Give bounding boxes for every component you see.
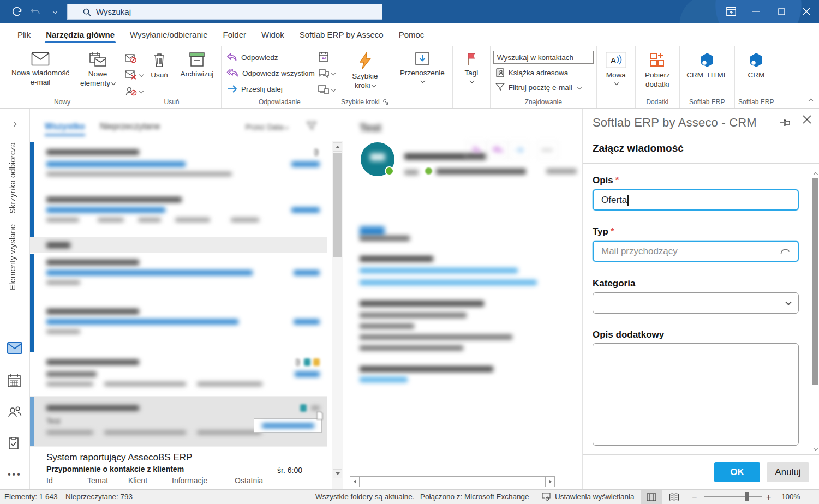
crm-button[interactable]: CRM: [738, 49, 775, 98]
reply-action-button[interactable]: [465, 141, 487, 159]
zoom-in-button[interactable]: +: [766, 493, 771, 502]
scroll-down-button[interactable]: [333, 469, 342, 478]
cancel-button[interactable]: Anuluj: [767, 462, 809, 482]
archive-button[interactable]: Archiwizuj: [176, 49, 218, 98]
forward-action-button[interactable]: [508, 141, 529, 159]
close-panel-icon[interactable]: [803, 115, 811, 124]
kategoria-dropdown[interactable]: [593, 292, 799, 314]
opis-input[interactable]: Oferta: [593, 189, 799, 211]
collapse-ribbon-icon[interactable]: [808, 94, 812, 104]
scroll-up-button[interactable]: [333, 142, 342, 152]
mail-item-selected[interactable]: Test: [30, 397, 327, 447]
mail-item-reminder[interactable]: System raportujący AssecoBS ERP Przypomn…: [30, 447, 327, 489]
mail-list-scrollbar[interactable]: [332, 141, 343, 489]
people-nav-icon[interactable]: [7, 405, 22, 421]
divider: [583, 454, 819, 455]
mail-nav-icon[interactable]: [7, 342, 22, 357]
scrollbar-thumb[interactable]: [333, 153, 342, 257]
group-label-softlab2: Softlab ERP: [738, 98, 775, 108]
zoom-slider-track[interactable]: [704, 496, 762, 497]
ok-button[interactable]: OK: [714, 462, 760, 482]
sort-by-dropdown[interactable]: Przez Data: [246, 123, 288, 131]
search-contacts-input[interactable]: [493, 51, 594, 64]
ribbon-display-options-icon[interactable]: [719, 0, 744, 23]
undo-icon[interactable]: [26, 3, 45, 20]
tab-wysylanie-odbieranie[interactable]: Wysyłanie/odbieranie: [122, 25, 215, 44]
hscroll-right-button[interactable]: [545, 476, 555, 487]
move-button[interactable]: Przenoszenie: [395, 49, 450, 98]
new-items-button[interactable]: Nowe elementy: [76, 49, 119, 98]
delete-button[interactable]: Usuń: [144, 49, 175, 98]
rail-item-sent[interactable]: Elementy wysłane: [8, 224, 17, 290]
calendar-nav-icon[interactable]: [7, 374, 22, 389]
filter-email-button[interactable]: Filtruj pocztę e-mail: [493, 81, 594, 93]
quick-steps-button[interactable]: Szybkie kroki: [341, 49, 389, 98]
more-nav-icon[interactable]: •••: [8, 470, 22, 479]
mail-item[interactable]: [30, 254, 327, 303]
mail-item[interactable]: [30, 303, 327, 352]
redacted-attachment-chip[interactable]: [360, 226, 385, 236]
search-input[interactable]: [96, 7, 365, 16]
unread-indicator: [30, 191, 34, 237]
forward-button[interactable]: Prześlij dalej: [224, 81, 317, 97]
rail-item-inbox[interactable]: Skrzynka odbiorcza: [8, 142, 17, 214]
tab-softlab-erp[interactable]: Softlab ERP by Asseco: [292, 25, 391, 44]
global-search-box[interactable]: [67, 4, 382, 20]
filter-list-icon[interactable]: [307, 122, 316, 130]
tab-widok[interactable]: Widok: [254, 25, 292, 44]
pin-icon[interactable]: [780, 118, 792, 127]
get-addins-button[interactable]: Pobierz dodatki: [638, 49, 677, 98]
more-respond-button[interactable]: [318, 83, 335, 96]
tab-pomoc[interactable]: Pomoc: [391, 25, 432, 44]
reading-hscrollbar[interactable]: [350, 476, 555, 487]
close-button[interactable]: [794, 0, 819, 23]
hscroll-track[interactable]: [360, 476, 545, 487]
tab-all-mail[interactable]: Wszystko: [45, 122, 85, 131]
ignore-button[interactable]: [125, 52, 143, 65]
paperclip-icon: [313, 148, 320, 157]
opis-dodatkowy-textarea[interactable]: [593, 343, 799, 446]
junk-button[interactable]: [125, 68, 143, 81]
hscroll-left-button[interactable]: [350, 476, 360, 487]
expand-rail-icon[interactable]: [11, 119, 16, 129]
send-receive-icon[interactable]: [8, 3, 26, 20]
maximize-button[interactable]: [769, 0, 794, 23]
mail-item[interactable]: [30, 142, 327, 191]
typ-input[interactable]: Mail przychodzący: [593, 241, 799, 262]
more-actions-button[interactable]: •••: [537, 141, 558, 159]
scroll-down-icon[interactable]: [812, 443, 817, 453]
panel-scrollbar[interactable]: [811, 165, 818, 454]
quick-access-dropdown-icon[interactable]: [45, 3, 63, 20]
speech-button[interactable]: A Mowa: [600, 49, 632, 98]
date-group-separator[interactable]: [30, 237, 327, 253]
crm-html-button[interactable]: CRM_HTML: [683, 49, 732, 98]
meeting-button[interactable]: [318, 50, 335, 63]
layout-reading-button[interactable]: [663, 490, 684, 504]
address-book-button[interactable]: Książka adresowa: [493, 67, 594, 79]
new-mail-button[interactable]: Nowa wiadomość e-mail: [5, 49, 75, 98]
dialog-launcher-icon[interactable]: [383, 99, 389, 105]
im-reply-button[interactable]: [318, 67, 335, 80]
paperclip-icon: [295, 358, 301, 367]
minimize-button[interactable]: [744, 0, 769, 23]
zoom-slider-thumb[interactable]: [745, 492, 749, 501]
panel-scrollbar-thumb[interactable]: [812, 178, 818, 385]
reminder-date: śr. 6:00: [277, 466, 302, 475]
layout-normal-button[interactable]: [641, 490, 662, 504]
tab-unread-mail[interactable]: Nieprzeczytane: [100, 122, 160, 131]
display-settings-button[interactable]: Ustawienia wyświetlania: [542, 493, 635, 501]
block-sender-button[interactable]: [125, 85, 143, 98]
reply-button[interactable]: Odpowiedz: [224, 50, 317, 65]
zoom-level[interactable]: 100%: [781, 493, 800, 501]
tasks-nav-icon[interactable]: [7, 436, 22, 451]
tags-button[interactable]: Tagi: [456, 49, 487, 98]
mail-item[interactable]: [30, 352, 327, 397]
reply-all-action-button[interactable]: [487, 141, 508, 159]
tab-narzedzia-glowne[interactable]: Narzędzia główne: [38, 25, 122, 44]
zoom-out-button[interactable]: −: [692, 493, 697, 502]
mail-item[interactable]: [30, 191, 327, 237]
tab-folder[interactable]: Folder: [215, 25, 254, 44]
scroll-up-icon[interactable]: [812, 167, 817, 177]
reply-all-button[interactable]: Odpowiedz wszystkim: [224, 65, 317, 81]
tab-plik[interactable]: Plik: [10, 25, 38, 44]
